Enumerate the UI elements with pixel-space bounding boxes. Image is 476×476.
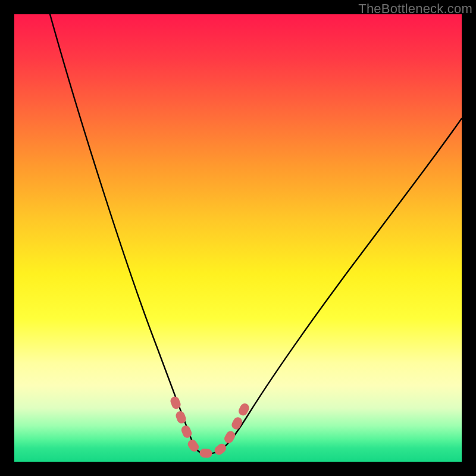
chart-frame: TheBottleneck.com bbox=[0, 0, 476, 476]
optimal-zone-marker bbox=[175, 401, 246, 453]
bottleneck-curve bbox=[50, 14, 462, 453]
plot-area bbox=[14, 14, 462, 462]
watermark-text: TheBottleneck.com bbox=[358, 1, 472, 17]
curve-layer bbox=[14, 14, 462, 462]
